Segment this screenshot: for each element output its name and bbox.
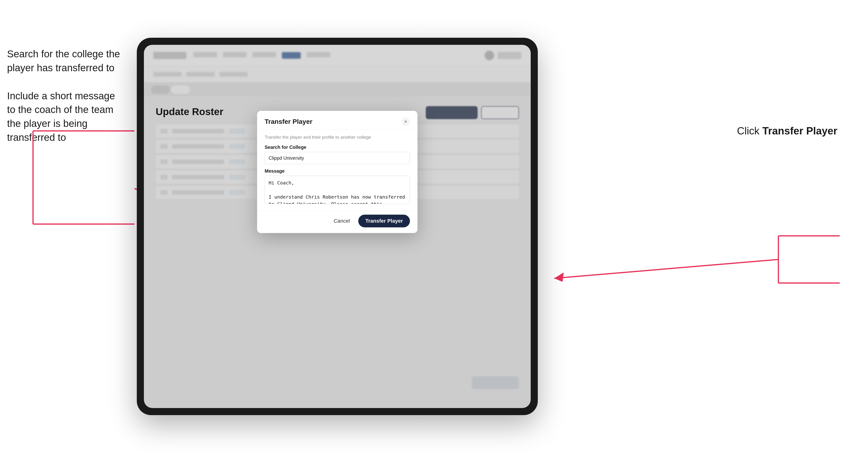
search-college-label: Search for College: [265, 145, 410, 150]
close-icon: ×: [404, 119, 407, 125]
annotation-search-text: Search for the college the player has tr…: [7, 47, 125, 75]
search-college-input[interactable]: [265, 152, 410, 164]
modal-subtitle: Transfer the player and their profile to…: [265, 135, 410, 140]
cancel-button[interactable]: Cancel: [329, 216, 354, 226]
modal-footer: Cancel Transfer Player: [257, 211, 417, 233]
annotation-left-panel: Search for the college the player has tr…: [7, 47, 125, 159]
transfer-player-button[interactable]: Transfer Player: [358, 215, 410, 227]
svg-line-5: [554, 259, 778, 278]
modal-close-button[interactable]: ×: [401, 118, 410, 126]
annotation-transfer-player-text: Transfer Player: [762, 125, 837, 136]
modal-title: Transfer Player: [265, 118, 312, 125]
transfer-player-modal: Transfer Player × Transfer the player an…: [257, 111, 417, 233]
annotation-click-text: Click: [737, 125, 762, 136]
tablet-frame: Update Roster: [137, 38, 538, 415]
message-textarea[interactable]: Hi Coach, I understand Chris Robertson h…: [265, 176, 410, 204]
annotation-message-text: Include a short message to the coach of …: [7, 89, 125, 145]
svg-marker-6: [554, 272, 564, 282]
modal-body: Transfer the player and their profile to…: [257, 130, 417, 211]
modal-header: Transfer Player ×: [257, 111, 417, 130]
annotation-right-panel: Click Transfer Player: [737, 125, 837, 137]
message-label: Message: [265, 168, 410, 174]
tablet-screen: Update Roster: [144, 45, 531, 408]
